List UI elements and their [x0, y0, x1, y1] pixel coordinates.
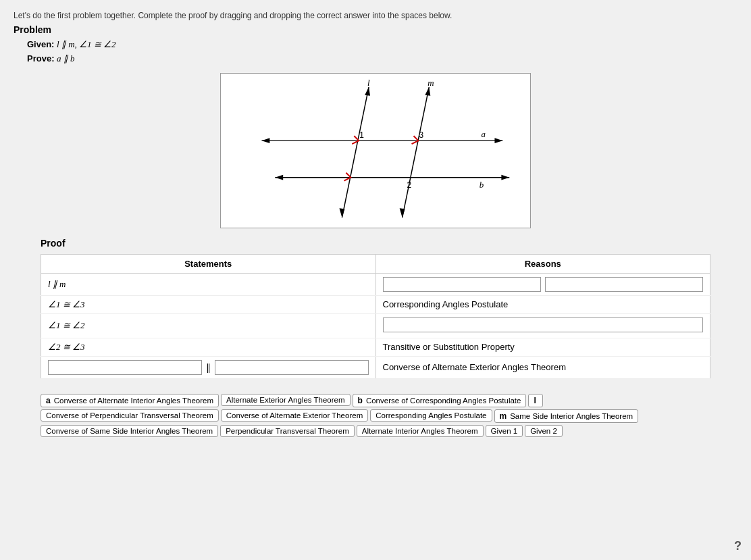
drag-chip-conv-perp[interactable]: Converse of Perpendicular Transversal Th…	[41, 409, 219, 422]
diagram-container: l m 1 3 2 a b	[14, 73, 737, 228]
reason-cell: Converse of Alternate Exterior Angles Th…	[376, 356, 710, 378]
svg-marker-10	[425, 86, 430, 95]
svg-marker-2	[494, 138, 502, 143]
statements-header: Statements	[41, 254, 376, 273]
svg-text:b: b	[480, 180, 484, 189]
table-row: ∥ Converse of Alternate Exterior Angles …	[41, 356, 710, 378]
svg-marker-4	[275, 174, 283, 180]
reasons-header: Reasons	[376, 254, 710, 273]
drag-chip-given2[interactable]: Given 2	[525, 425, 563, 437]
problem-title: Problem	[14, 24, 737, 35]
statement-cell: ∠2 ≅ ∠3	[41, 338, 376, 356]
given-prove: Given: l ∥ m, ∠1 ≅ ∠2 Prove: a ∥ b	[27, 38, 737, 66]
main-container: Let's do the first problem together. Com…	[0, 0, 751, 560]
drag-chip-m-same-side[interactable]: m Same Side Interior Angles Theorem	[494, 409, 639, 423]
svg-line-9	[403, 86, 430, 217]
chip-label: Converse of Perpendicular Transversal Th…	[46, 411, 213, 419]
reason-cell: Corresponding Angles Postulate	[376, 295, 710, 313]
reason-text: Corresponding Angles Postulate	[383, 299, 509, 309]
chip-label: Alternate Exterior Angles Theorem	[226, 396, 345, 404]
drag-chip-corr-post[interactable]: Corresponding Angles Postulate	[370, 409, 492, 422]
chip-label: Converse of Alternate Exterior Theorem	[226, 411, 363, 419]
statement-input-5b[interactable]	[215, 360, 369, 375]
drag-chip-alt-int[interactable]: Alternate Interior Angles Theorem	[357, 425, 484, 437]
statement-text: l ∥ m	[48, 279, 66, 289]
given-value: l ∥ m, ∠1 ≅ ∠2	[57, 39, 116, 49]
table-row: ∠1 ≅ ∠3 Corresponding Angles Postulate	[41, 295, 710, 313]
reason-cell	[376, 273, 710, 295]
drag-chip-b-converse-corr[interactable]: b Converse of Corresponding Angles Postu…	[353, 394, 527, 407]
prove-line: Prove: a ∥ b	[27, 52, 737, 66]
chip-label: Given 2	[530, 427, 557, 435]
svg-marker-5	[501, 174, 509, 180]
svg-marker-11	[400, 208, 405, 218]
statement-text: ∠1 ≅ ∠3	[48, 299, 85, 309]
drag-chip-a-converse-alt-int[interactable]: a Converse of Alternate Interior Angles …	[41, 394, 219, 407]
given-label: Given:	[27, 39, 57, 49]
drag-chip-same-side-converse[interactable]: Converse of Same Side Interior Angles Th…	[41, 425, 218, 437]
drag-chip-l[interactable]: l	[528, 394, 542, 407]
statement-input-5a[interactable]	[48, 360, 202, 375]
chip-label: Perpendicular Transversal Theorem	[226, 427, 349, 435]
problem-section: Problem Given: l ∥ m, ∠1 ≅ ∠2 Prove: a ∥…	[14, 24, 737, 66]
parallel-symbol: ∥	[206, 362, 211, 373]
svg-text:a: a	[482, 130, 486, 139]
reason-text: Transitive or Substitution Property	[383, 342, 515, 352]
drag-chip-given1[interactable]: Given 1	[486, 425, 523, 437]
statement-text: ∠1 ≅ ∠2	[48, 320, 85, 330]
diagram-box: l m 1 3 2 a b	[220, 73, 531, 228]
chip-label: Converse of Corresponding Angles Postula…	[366, 397, 521, 405]
statement-cell: l ∥ m	[41, 273, 376, 295]
reason-input-row	[383, 277, 704, 292]
table-row: ∠2 ≅ ∠3 Transitive or Substitution Prope…	[41, 338, 710, 356]
svg-marker-1	[261, 138, 269, 143]
proof-table: Statements Reasons l ∥ m	[41, 254, 710, 379]
reason-cell	[376, 313, 710, 338]
svg-text:2: 2	[407, 180, 412, 189]
drag-chip-perp-trans[interactable]: Perpendicular Transversal Theorem	[220, 425, 355, 437]
reason-cell: Transitive or Substitution Property	[376, 338, 710, 356]
svg-text:m: m	[428, 78, 434, 87]
reason-input-1b[interactable]	[545, 277, 703, 292]
table-row: l ∥ m	[41, 273, 710, 295]
help-button[interactable]: ?	[734, 539, 742, 553]
chip-label: Same Side Interior Angles Theorem	[510, 412, 633, 420]
given-line: Given: l ∥ m, ∠1 ≅ ∠2	[27, 38, 737, 52]
statement-cell: ∥	[41, 356, 376, 378]
proof-section: Proof Statements Reasons l ∥ m	[14, 238, 737, 441]
chip-label: Converse of Alternate Interior Angles Th…	[54, 397, 213, 405]
statement-cell: ∠1 ≅ ∠3	[41, 295, 376, 313]
chip-prefix: a	[46, 396, 51, 405]
svg-line-6	[342, 86, 369, 217]
prove-label: Prove:	[27, 53, 57, 63]
svg-marker-8	[339, 208, 344, 218]
chip-label: Converse of Same Side Interior Angles Th…	[46, 427, 213, 435]
chip-label: Given 1	[491, 427, 518, 435]
chip-prefix: b	[358, 396, 363, 405]
svg-marker-7	[365, 86, 370, 95]
svg-text:l: l	[367, 78, 370, 87]
chip-label: Alternate Interior Angles Theorem	[362, 427, 478, 435]
table-row: ∠1 ≅ ∠2	[41, 313, 710, 338]
drag-chip-alt-ext[interactable]: Alternate Exterior Angles Theorem	[221, 394, 351, 406]
statement-input-row: ∥	[48, 360, 369, 375]
geometry-diagram: l m 1 3 2 a b	[221, 74, 530, 228]
reason-input-1[interactable]	[383, 277, 541, 292]
proof-title: Proof	[41, 238, 710, 249]
statement-text: ∠2 ≅ ∠3	[48, 342, 85, 352]
svg-text:1: 1	[359, 130, 364, 140]
reason-input-3[interactable]	[383, 317, 704, 332]
chip-prefix: m	[500, 411, 507, 421]
svg-text:3: 3	[419, 130, 423, 140]
drag-area: a Converse of Alternate Interior Angles …	[41, 390, 710, 441]
statement-cell: ∠1 ≅ ∠2	[41, 313, 376, 338]
chip-prefix: l	[534, 396, 536, 405]
prove-value: a ∥ b	[57, 53, 75, 63]
instructions-text: Let's do the first problem together. Com…	[14, 11, 737, 20]
drag-chip-conv-alt-ext[interactable]: Converse of Alternate Exterior Theorem	[221, 409, 368, 422]
reason-text: Converse of Alternate Exterior Angles Th…	[383, 362, 566, 372]
chip-label: Corresponding Angles Postulate	[376, 411, 486, 419]
